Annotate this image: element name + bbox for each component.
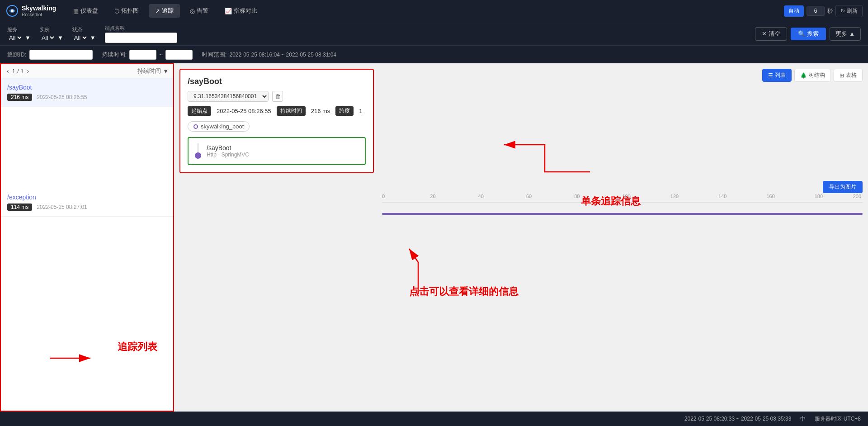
duration-field: 持续时间: ~ (102, 50, 193, 60)
service-filter: 服务 All ▼ (7, 26, 31, 42)
more-button[interactable]: 更多 ▲ (830, 27, 861, 41)
instance-select-wrapper[interactable]: All ▼ (40, 34, 63, 42)
tick-180: 180 (815, 194, 823, 199)
export-button[interactable]: 导出为图片 (823, 181, 863, 193)
trace-item-meta: 114 ms 2022-05-25 08:27:01 (7, 204, 167, 211)
trace-id-select[interactable]: 9.31.16534384156840001 (188, 91, 269, 102)
trace-id-row: 9.31.16534384156840001 🗑 (188, 91, 366, 102)
status-select-wrapper[interactable]: All ▼ (72, 34, 96, 42)
tree-view-button[interactable]: 🌲 树结构 (794, 69, 831, 82)
trace-item[interactable]: /exception 114 ms 2022-05-25 08:27:01 (1, 188, 173, 217)
trace-icon: ↗ (155, 8, 160, 14)
trace-id-input[interactable] (29, 50, 93, 60)
list-view-button[interactable]: ☰ 列表 (762, 69, 792, 82)
delete-icon: 🗑 (275, 93, 281, 100)
service-tag: skywalking_boot (188, 121, 250, 132)
next-page-button[interactable]: › (25, 67, 30, 75)
nav-topology[interactable]: ⬡ 拓扑图 (108, 4, 145, 18)
refresh-button[interactable]: ↻ 刷新 (835, 5, 863, 17)
span-name: /sayBoot (207, 144, 249, 151)
search-button[interactable]: 🔍 搜索 (791, 28, 826, 40)
nav-alarm[interactable]: ◎ 告警 (184, 4, 215, 18)
status-select[interactable]: All (72, 34, 88, 42)
duration-max-input[interactable] (165, 50, 193, 60)
status-filter: 状态 All ▼ (72, 26, 96, 42)
duration-min-input[interactable] (129, 50, 156, 60)
instance-select[interactable]: All (40, 34, 56, 42)
timeline-bar (382, 213, 863, 215)
status-label: 状态 (72, 26, 96, 33)
trace-list-header: ‹ 1 / 1 › 持续时间 ▼ (1, 64, 173, 78)
view-toolbar: ☰ 列表 🌲 树结构 ⊞ 表格 (762, 69, 863, 82)
status-time-range: 2022-05-25 08:20:33 ~ 2022-05-25 08:35:3… (684, 416, 792, 422)
auto-button[interactable]: 自动 (784, 5, 804, 17)
tick-80: 80 (574, 194, 580, 199)
refresh-seconds-input[interactable] (807, 6, 825, 16)
tick-100: 100 (623, 194, 631, 199)
time-range-field: 时间范围: 2022-05-25 08:16:04 ~ 2022-05-25 0… (202, 51, 336, 59)
clear-button[interactable]: ✕ 清空 (755, 27, 787, 41)
tick-120: 120 (670, 194, 679, 199)
trace-time: 2022-05-25 08:27:01 (37, 204, 87, 210)
topology-icon: ⬡ (114, 8, 119, 14)
total-pages: / 1 (17, 68, 24, 75)
clear-icon: ✕ (762, 30, 767, 37)
tick-0: 0 (382, 194, 385, 199)
status-timezone-value: 服务器时区 UTC+8 (815, 415, 861, 423)
duration-badge: 持续时间 (277, 106, 306, 116)
trace-detail-panel: /sayBoot 9.31.16534384156840001 🗑 起始点 20… (174, 63, 868, 412)
span-type: Http - SpringMVC (207, 151, 249, 158)
time-range-value: 2022-05-25 08:16:04 ~ 2022-05-25 08:31:0… (229, 52, 336, 58)
duration-sort[interactable]: 持续时间 ▼ (137, 67, 169, 75)
logo-icon (5, 4, 19, 18)
trace-id-field: 追踪ID: (7, 50, 93, 60)
filter-bar: 服务 All ▼ 实例 All ▼ 状态 All ▼ 端点名称 (0, 22, 868, 45)
seconds-label: 秒 (827, 7, 833, 15)
nav-dashboard[interactable]: ▦ 仪表盘 (67, 4, 104, 18)
timeline-bar-area (382, 212, 863, 216)
service-dot-icon (193, 124, 198, 129)
span-box[interactable]: /sayBoot Http - SpringMVC (188, 137, 366, 165)
service-name: skywalking_boot (201, 123, 244, 130)
trace-item[interactable]: /sayBoot 216 ms 2022-05-25 08:26:55 (1, 78, 173, 107)
endpoint-input[interactable] (105, 33, 177, 43)
main-content: ‹ 1 / 1 › 持续时间 ▼ /sayBoot 216 ms 2022-05… (0, 63, 868, 412)
chevron-up-icon: ▲ (849, 30, 855, 37)
metrics-icon: 📈 (225, 8, 232, 14)
trace-list-panel: ‹ 1 / 1 › 持续时间 ▼ /sayBoot 216 ms 2022-05… (0, 63, 174, 412)
tick-20: 20 (430, 194, 435, 199)
search-icon: 🔍 (798, 30, 805, 37)
endpoint-filter: 端点名称 (105, 25, 177, 43)
table-icon: ⊞ (840, 72, 844, 79)
chevron-down-icon-3: ▼ (90, 34, 96, 41)
list-icon: ☰ (768, 72, 773, 79)
filter-actions: ✕ 清空 🔍 搜索 更多 ▲ (755, 27, 861, 41)
tick-200: 200 (853, 194, 861, 199)
trace-id-label: 追踪ID: (7, 51, 27, 59)
chevron-down-icon-2: ▼ (57, 34, 63, 41)
annotation-click-info: 点击可以查看详细的信息 (409, 285, 519, 298)
logo-text: Skywalking Rocketbot (22, 5, 56, 17)
trace-item-meta: 216 ms 2022-05-25 08:26:55 (7, 94, 167, 101)
duration-label: 持续时间: (102, 51, 127, 59)
nav-trace[interactable]: ↗ 追踪 (149, 4, 180, 18)
delete-trace-button[interactable]: 🗑 (272, 91, 283, 102)
trace-duration-badge: 216 ms (7, 94, 32, 101)
span-info: /sayBoot Http - SpringMVC (207, 144, 249, 158)
duration-separator: ~ (159, 51, 163, 58)
tick-140: 140 (718, 194, 726, 199)
endpoint-label: 端点名称 (105, 25, 177, 32)
start-value: 2022-05-25 08:26:55 (217, 108, 271, 114)
annotation-arrow-click (373, 235, 463, 308)
table-view-button[interactable]: ⊞ 表格 (834, 69, 863, 82)
status-timezone-label: 中 (800, 415, 806, 423)
service-label: 服务 (7, 26, 31, 33)
timeline-container: 0 20 40 60 80 100 120 140 160 180 200 (382, 194, 863, 216)
top-navigation: Skywalking Rocketbot ▦ 仪表盘 ⬡ 拓扑图 ↗ 追踪 ◎ … (0, 0, 868, 22)
current-page: 1 (12, 68, 15, 75)
service-select-wrapper[interactable]: All ▼ (7, 34, 31, 42)
trace-duration-badge: 114 ms (7, 204, 32, 211)
nav-metrics[interactable]: 📈 指标对比 (218, 4, 264, 18)
service-select[interactable]: All (7, 34, 23, 42)
prev-page-button[interactable]: ‹ (5, 67, 10, 75)
